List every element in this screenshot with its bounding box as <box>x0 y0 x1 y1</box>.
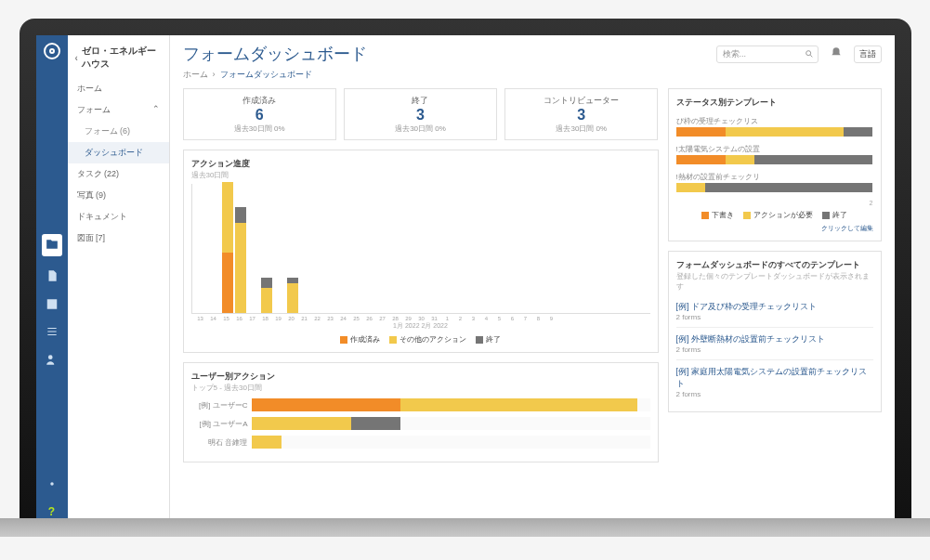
svg-point-0 <box>47 355 52 359</box>
nav-drawings[interactable]: 図面 [7] <box>68 228 169 249</box>
nav-home[interactable]: ホーム <box>68 78 169 99</box>
nav-photos[interactable]: 写真 (9) <box>68 185 169 206</box>
nav-forms-list[interactable]: フォーム (6) <box>68 121 169 142</box>
legend-closed: 終了 <box>476 334 501 345</box>
breadcrumb-home[interactable]: ホーム <box>183 70 208 79</box>
rail-settings-icon[interactable] <box>46 477 59 492</box>
legend-other: その他のアクション <box>389 334 466 345</box>
legend-action: アクションが必要 <box>743 210 813 220</box>
breadcrumb: ホーム › フォームダッシュボード <box>183 69 882 81</box>
rail-doc-icon[interactable] <box>46 269 59 284</box>
legend-created: 作成済み <box>340 334 380 345</box>
search-icon <box>805 49 814 59</box>
rail-list-icon[interactable] <box>46 325 59 340</box>
nav-forms[interactable]: フォーム⌃ <box>68 99 169 121</box>
nav-tasks[interactable]: タスク (22) <box>68 163 169 185</box>
status-templates-chart: ステータス別テンプレート び枠の受理チェックリス!太陽電気システムの設置!熱材の… <box>668 88 882 241</box>
edit-link[interactable]: クリックして編集 <box>676 224 873 233</box>
notifications-icon[interactable] <box>830 46 843 61</box>
stat-created: 作成済み 6 過去30日間 0% <box>183 88 336 140</box>
chevron-up-icon: ⌃ <box>152 104 160 116</box>
nav-dashboard[interactable]: ダッシュボード <box>68 142 169 163</box>
svg-point-2 <box>806 50 810 55</box>
project-switcher[interactable]: ‹ ゼロ・エネルギーハウス <box>68 41 169 78</box>
project-name: ゼロ・エネルギーハウス <box>82 45 162 71</box>
nav-documents[interactable]: ドキュメント <box>68 206 169 228</box>
template-link[interactable]: [例] 家庭用太陽電気システムの設置前チェックリスト2 forms <box>676 359 873 404</box>
chevron-left-icon: ‹ <box>75 53 78 63</box>
global-rail: ? <box>36 35 68 518</box>
project-sidebar: ‹ ゼロ・エネルギーハウス ホーム フォーム⌃ フォーム (6) ダッシュボード… <box>68 35 170 518</box>
action-progress-chart: アクション進度 過去30日間 1314151617181920212223242… <box>183 150 659 353</box>
template-link[interactable]: [例] ドア及び枠の受理チェックリスト2 forms <box>676 295 873 327</box>
rail-projects-icon[interactable] <box>42 234 62 256</box>
legend-draft: 下書き <box>701 210 734 220</box>
rail-help-icon[interactable]: ? <box>48 505 55 518</box>
app-logo[interactable] <box>44 43 60 59</box>
stat-contributors: コントリビューター 3 過去30日間 0% <box>504 88 658 140</box>
rail-users-icon[interactable] <box>46 353 59 368</box>
breadcrumb-current: フォームダッシュボード <box>220 70 312 79</box>
legend-closed2: 終了 <box>822 210 847 220</box>
page-title: フォームダッシュボード <box>183 43 705 65</box>
main-content: フォームダッシュボード 検索... 言語 ホーム › フォームダッシュボード 作… <box>170 35 895 518</box>
language-button[interactable]: 言語 <box>854 46 882 63</box>
svg-point-1 <box>50 482 54 486</box>
search-input[interactable]: 検索... <box>716 46 819 63</box>
rail-calendar-icon[interactable] <box>46 297 59 312</box>
template-link[interactable]: [例] 外壁断熱材の設置前チェックリスト2 forms <box>676 327 873 359</box>
stat-closed: 終了 3 過去30日間 0% <box>344 88 497 140</box>
all-templates-panel: フォームダッシュボードのすべてのテンプレート 登録した個々のテンプレートダッシュ… <box>668 251 882 412</box>
user-actions-chart: ユーザー別アクション トップ5 - 過去30日間 [例] ユーザーC[例] ユー… <box>183 362 659 462</box>
